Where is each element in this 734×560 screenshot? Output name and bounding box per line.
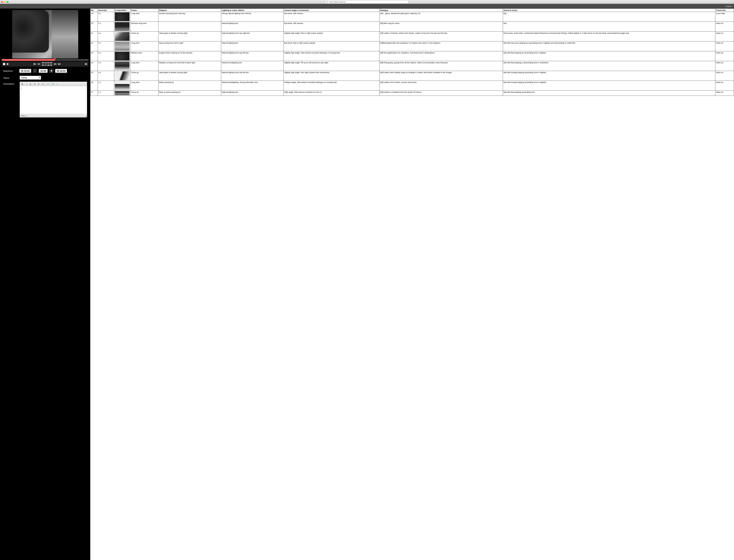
close-window-button[interactable] xyxy=(1,1,3,3)
topics-label: Topics xyxy=(3,76,18,79)
cell-dur: 3 s xyxy=(98,41,114,51)
resize-grip-icon[interactable] xyxy=(85,116,87,117)
cell-transition: Hard cut xyxy=(715,32,734,41)
video-frame[interactable] xyxy=(12,10,78,58)
cell-transition: cross-fade xyxy=(715,12,734,22)
underline-button[interactable]: U xyxy=(29,82,32,85)
cell-lighting: Natural lighting from top right b/w xyxy=(221,32,284,41)
skip-back-button[interactable] xyxy=(34,63,36,65)
subscript-button[interactable]: x2 xyxy=(37,82,41,85)
sequence-start-input[interactable] xyxy=(19,69,31,73)
shot-table-panel[interactable]: No. Dura-tion Composition Frame Diegesis… xyxy=(90,9,734,560)
svg-rect-0 xyxy=(3,63,5,65)
table-row: 272 sClose-upRails & points passing byNa… xyxy=(90,91,734,96)
cell-transition: Hard cut xyxy=(715,81,734,91)
frame-thumbnail[interactable] xyxy=(115,71,130,80)
topics-select[interactable]: Dialog xyxy=(20,76,41,80)
logout-link[interactable]: Logout xyxy=(725,5,732,7)
status-body[interactable]: body xyxy=(21,115,25,117)
scrubber-handle[interactable] xyxy=(54,58,56,61)
cell-lighting: Natural lighting from top left b/w xyxy=(221,51,284,61)
col-composition: Composition xyxy=(114,9,130,12)
svg-marker-7 xyxy=(54,63,55,65)
cell-dur: 4 s xyxy=(98,32,114,41)
svg-marker-6 xyxy=(39,63,40,65)
rewind-button[interactable] xyxy=(38,63,40,65)
player-controls: 00:10:53:09 00:17:46:00 xyxy=(2,61,89,67)
frame-thumbnail[interactable] xyxy=(115,12,130,21)
frame-thumbnail[interactable] xyxy=(115,81,130,90)
status-p[interactable]: p xyxy=(26,115,27,117)
cell-lighting: Natural frontlighting b/w xyxy=(221,61,284,71)
col-frame: Frame xyxy=(130,9,158,12)
cell-camera: Slightly high angle. Tilt up to still ca… xyxy=(284,61,379,71)
stop-button[interactable] xyxy=(3,63,5,65)
sequence-end-input[interactable] xyxy=(55,69,67,73)
play-button[interactable] xyxy=(7,63,9,65)
new-tab-button[interactable]: + xyxy=(731,1,733,3)
cell-thumb xyxy=(114,91,130,96)
editor-statusbar: body p xyxy=(20,114,87,117)
superscript-button[interactable]: x2 xyxy=(41,82,45,85)
cell-frame: Long shot xyxy=(130,12,158,22)
cell-frame: Extreme long shot xyxy=(130,22,158,32)
table-row: 262 sLong shotMasts passing byNatural ba… xyxy=(90,81,734,91)
cell-sound: Ibid with flute playing ascending tune xyxy=(503,91,715,96)
frame-thumbnail[interactable] xyxy=(115,52,130,61)
bold-button[interactable]: B xyxy=(20,82,24,85)
editor-toolbar: B I U S x2 x2 Ix 🔗 🔗 xyxy=(20,82,87,86)
cell-dialogue: [off] Letters with holiday snaps to enla… xyxy=(379,71,503,81)
record-button[interactable] xyxy=(49,69,53,73)
cell-lighting: Natural lighting b/w xyxy=(221,41,284,51)
link-button[interactable]: 🔗 xyxy=(51,82,55,85)
italic-button[interactable]: I xyxy=(25,82,28,85)
topics-row: Topics Dialog xyxy=(0,74,90,80)
cell-frame: Medium shot xyxy=(130,51,158,61)
unlink-button[interactable]: 🔗 xyxy=(55,82,59,85)
col-no: No. xyxy=(90,9,98,12)
cell-no: 21 xyxy=(90,32,98,41)
volume-icon[interactable] xyxy=(85,63,87,65)
zoom-window-button[interactable] xyxy=(7,1,9,3)
frame-thumbnail[interactable] xyxy=(115,62,130,70)
frame-thumbnail[interactable] xyxy=(115,42,130,51)
description-row: Description B I U S x2 x2 Ix 🔗 🔗 xyxy=(0,80,90,560)
svg-marker-3 xyxy=(35,63,36,65)
shot-table: No. Dura-tion Composition Frame Diegesis… xyxy=(90,9,734,96)
cell-thumb xyxy=(114,71,130,81)
cell-thumb xyxy=(114,32,130,41)
svg-marker-8 xyxy=(56,63,56,65)
editor-textarea[interactable] xyxy=(20,86,87,114)
col-camera: Camera angle & movement xyxy=(284,9,379,12)
cell-frame: Long shot xyxy=(130,61,158,71)
left-panel: 00:10:53:09 00:17:46:00 Sequence i xyxy=(0,9,90,560)
sequence-number-input[interactable] xyxy=(39,69,48,73)
table-row: 223 sLong shotDog running from left to r… xyxy=(90,41,734,51)
cell-diegesis xyxy=(158,22,221,32)
minimize-window-button[interactable] xyxy=(4,1,6,3)
sequence-row: Sequence i xyxy=(2,68,89,74)
frame-thumbnail[interactable] xyxy=(115,22,130,31)
forward-button[interactable] xyxy=(54,63,56,65)
col-diegesis: Diegesis xyxy=(158,9,221,12)
url-bar[interactable]: ⟳ www.salsah.org/smp xyxy=(326,0,408,3)
clear-format-button[interactable]: Ix xyxy=(46,82,50,85)
cell-camera: High angle. Still camera mounted on fron… xyxy=(284,91,379,96)
strike-button[interactable]: S xyxy=(33,82,37,85)
frame-thumbnail[interactable] xyxy=(115,32,130,41)
cell-diegesis: Valve-gear & wheels moving right xyxy=(158,32,221,41)
cell-frame: Long shot xyxy=(130,41,158,51)
cell-camera: Oblique angle. Still camera mounted side… xyxy=(284,81,379,91)
cell-no: 23 xyxy=(90,51,98,61)
video-scrubber[interactable] xyxy=(2,59,89,61)
frame-thumbnail[interactable] xyxy=(115,91,130,95)
cell-camera: Eye-level. Still camera xyxy=(284,12,379,22)
video-viewport xyxy=(0,9,90,58)
cell-frame: Long shot xyxy=(130,81,158,91)
skip-forward-button[interactable] xyxy=(58,63,61,65)
info-button[interactable]: i xyxy=(33,69,37,73)
url-text: www.salsah.org/smp xyxy=(329,1,346,3)
table-row: 202 sExtreme long shotNatural lighting b… xyxy=(90,22,734,32)
cell-frame: Close-up xyxy=(130,91,158,96)
reload-icon[interactable]: ⟳ xyxy=(327,1,329,3)
